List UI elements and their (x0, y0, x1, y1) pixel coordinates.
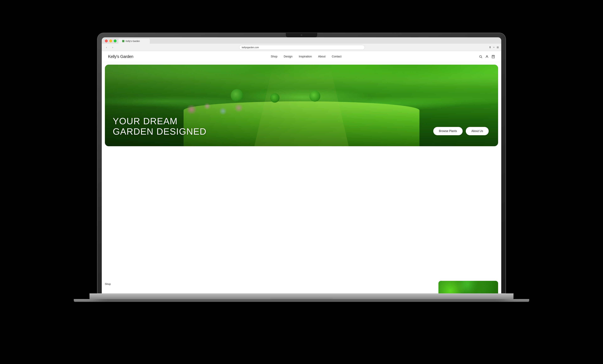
cart-icon[interactable] (491, 55, 495, 58)
minimize-window-button[interactable] (109, 40, 112, 42)
screen-bezel: Kelly's Garden ‹ › kellysgarden.com ⬆ ＋ … (102, 37, 501, 293)
tab-favicon-icon (122, 40, 124, 42)
search-icon[interactable] (479, 55, 482, 58)
nav-link-about[interactable]: About (318, 55, 325, 58)
svg-line-1 (481, 57, 482, 58)
hero-text: YOUR DREAM GARDEN DESIGNED (113, 116, 207, 137)
share-icon[interactable]: ⬆ (489, 46, 491, 49)
extensions-icon[interactable]: ⊞ (497, 46, 499, 49)
headline-line2: GARDEN DESIGNED (113, 126, 207, 137)
shop-card-overlay (439, 281, 498, 293)
laptop-frame: Kelly's Garden ‹ › kellysgarden.com ⬆ ＋ … (74, 33, 529, 331)
tab-bar: Kelly's Garden (102, 37, 501, 44)
maximize-window-button[interactable] (114, 40, 116, 42)
nav-link-inspiration[interactable]: Inspiration (299, 55, 312, 58)
account-icon[interactable] (485, 55, 489, 58)
nav-link-contact[interactable]: Contact (332, 55, 342, 58)
shop-card-preview[interactable] (439, 281, 498, 293)
nav-icons (479, 55, 495, 58)
browse-plants-button[interactable]: Browse Plants (433, 127, 463, 135)
camera-bar (286, 33, 317, 37)
nav-links: Shop Design Inspiration About Contact (271, 55, 342, 58)
url-text: kellysgarden.com (242, 46, 259, 49)
forward-button[interactable]: › (111, 45, 115, 50)
toolbar-right-icons: ⬆ ＋ ⊞ (489, 46, 499, 49)
plus-icon[interactable]: ＋ (493, 46, 495, 49)
laptop-base (90, 293, 513, 299)
hero-cta-buttons: Browse Plants About Us (433, 127, 489, 135)
headline-line1: YOUR DREAM (113, 116, 207, 126)
site-navigation: Kelly's Garden Shop Design Inspiration A… (102, 51, 501, 62)
nav-link-design[interactable]: Design (284, 55, 292, 58)
laptop-screen-outer: Kelly's Garden ‹ › kellysgarden.com ⬆ ＋ … (97, 33, 506, 293)
shop-peek-section: Shop (102, 281, 501, 293)
traffic-lights (104, 40, 118, 44)
hero-headline: YOUR DREAM GARDEN DESIGNED (113, 116, 207, 137)
about-us-button[interactable]: About Us (466, 127, 489, 135)
address-bar[interactable]: kellysgarden.com (239, 45, 365, 50)
close-window-button[interactable] (105, 40, 108, 42)
website-content: Kelly's Garden Shop Design Inspiration A… (102, 51, 501, 293)
site-logo[interactable]: Kelly's Garden (108, 54, 133, 59)
browser-tab[interactable]: Kelly's Garden (118, 39, 150, 44)
back-button[interactable]: ‹ (104, 45, 109, 50)
hero-section: YOUR DREAM GARDEN DESIGNED Browse Plants… (105, 65, 498, 146)
browser-toolbar: ‹ › kellysgarden.com ⬆ ＋ ⊞ (102, 44, 501, 51)
svg-point-2 (486, 55, 487, 56)
nav-link-shop[interactable]: Shop (271, 55, 278, 58)
camera-dot (301, 34, 302, 36)
shop-section-label: Shop (105, 281, 111, 286)
laptop-foot (74, 299, 529, 302)
tab-title: Kelly's Garden (126, 40, 140, 42)
browser-chrome: Kelly's Garden ‹ › kellysgarden.com ⬆ ＋ … (102, 37, 501, 51)
svg-point-0 (480, 55, 482, 57)
